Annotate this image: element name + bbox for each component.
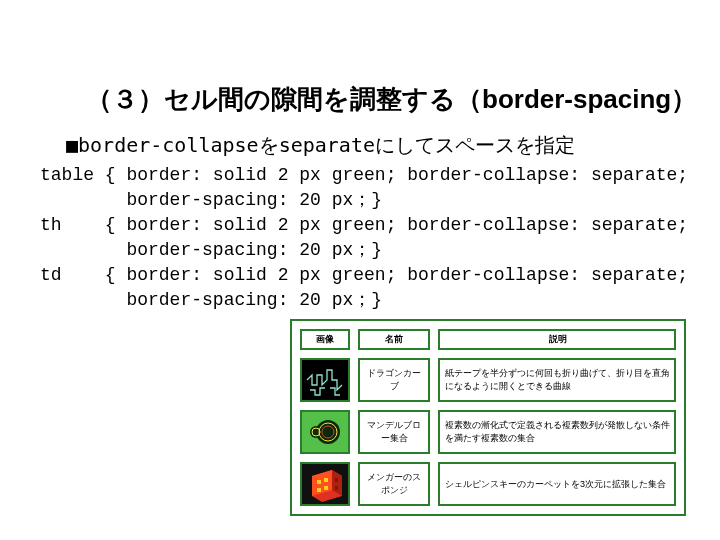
- svg-rect-15: [335, 478, 338, 482]
- svg-rect-0: [302, 360, 348, 400]
- menger-sponge-icon: [302, 464, 348, 504]
- name-cell: ドラゴンカーブ: [358, 358, 430, 402]
- name-cell: メンガーのスポンジ: [358, 462, 430, 506]
- css-code-sample: table { border: solid 2 px green; border…: [40, 163, 688, 313]
- thumb-cell: [300, 410, 350, 454]
- name-cell: マンデルブロー集合: [358, 410, 430, 454]
- code-line: table { border: solid 2 px green; border…: [40, 165, 688, 185]
- svg-rect-13: [317, 488, 321, 492]
- demo-table: 画像 名前 説明 ドラゴンカーブ 紙テープを半分ずつに何回も折り曲げて、折り目を…: [290, 319, 686, 516]
- table-header-row: 画像 名前 説明: [300, 329, 676, 350]
- demo-table-wrapper: 画像 名前 説明 ドラゴンカーブ 紙テープを半分ずつに何回も折り曲げて、折り目を…: [290, 319, 686, 516]
- desc-cell: 紙テープを半分ずつに何回も折り曲げて、折り目を直角になるように開くとできる曲線: [438, 358, 676, 402]
- code-line: th { border: solid 2 px green; border-co…: [40, 215, 688, 235]
- svg-rect-12: [324, 478, 328, 482]
- code-line: border-spacing: 20 px；}: [40, 290, 382, 310]
- svg-rect-16: [335, 486, 338, 490]
- code-line: td { border: solid 2 px green; border-co…: [40, 265, 688, 285]
- dragon-curve-icon: [302, 360, 348, 400]
- code-line: border-spacing: 20 px；}: [40, 240, 382, 260]
- col-header-image: 画像: [300, 329, 350, 350]
- thumb-cell: [300, 358, 350, 402]
- desc-cell: 複素数の漸化式で定義される複素数列が発散しない条件を満たす複素数の集合: [438, 410, 676, 454]
- mandelbrot-icon: [302, 412, 348, 452]
- col-header-name: 名前: [358, 329, 430, 350]
- svg-rect-14: [324, 486, 328, 490]
- thumb-cell: [300, 462, 350, 506]
- page-title: （３）セル間の隙間を調整する（border-spacing）: [86, 82, 697, 117]
- svg-rect-11: [317, 480, 321, 484]
- col-header-desc: 説明: [438, 329, 676, 350]
- table-row: メンガーのスポンジ シェルピンスキーのカーペットを3次元に拡張した集合: [300, 462, 676, 506]
- table-row: マンデルブロー集合 複素数の漸化式で定義される複素数列が発散しない条件を満たす複…: [300, 410, 676, 454]
- desc-cell: シェルピンスキーのカーペットを3次元に拡張した集合: [438, 462, 676, 506]
- page-subtitle: ■border-collapseをseparateにしてスペースを指定: [66, 132, 575, 159]
- table-row: ドラゴンカーブ 紙テープを半分ずつに何回も折り曲げて、折り目を直角になるように開…: [300, 358, 676, 402]
- code-line: border-spacing: 20 px；}: [40, 190, 382, 210]
